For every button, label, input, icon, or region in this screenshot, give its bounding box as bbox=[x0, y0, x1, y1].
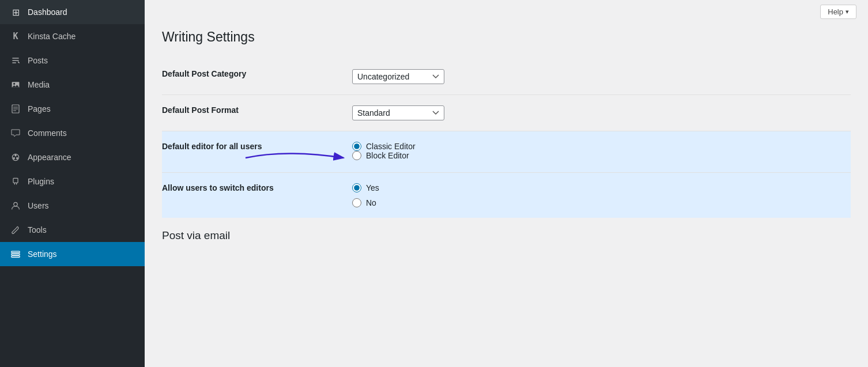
posts-icon bbox=[9, 54, 22, 67]
classic-editor-option[interactable]: Classic Editor bbox=[352, 142, 416, 151]
main-content: Help Writing Settings Default Post Categ… bbox=[145, 0, 868, 367]
table-row: Default Post Category Uncategorized bbox=[162, 59, 851, 95]
yes-radio[interactable] bbox=[352, 183, 361, 192]
pages-icon bbox=[9, 103, 22, 115]
topbar: Help bbox=[145, 0, 868, 24]
yes-label: Yes bbox=[366, 183, 379, 192]
block-editor-option[interactable]: Block Editor bbox=[352, 151, 416, 160]
classic-editor-radio[interactable] bbox=[352, 142, 361, 151]
table-row: Default Post Format Standard bbox=[162, 95, 851, 131]
no-label: No bbox=[366, 198, 376, 207]
svg-point-1 bbox=[13, 83, 15, 85]
sidebar-item-label: Kinsta Cache bbox=[28, 32, 76, 41]
svg-rect-11 bbox=[12, 256, 20, 257]
dashboard-icon: ⊞ bbox=[9, 6, 22, 18]
sidebar-item-pages[interactable]: Pages bbox=[0, 97, 145, 121]
plugins-icon bbox=[9, 175, 22, 188]
default-post-format-select[interactable]: Standard bbox=[352, 105, 444, 120]
sidebar-item-label: Posts bbox=[28, 56, 48, 65]
users-icon bbox=[9, 199, 22, 212]
default-editor-radio-group: Classic Editor Block Editor bbox=[352, 142, 416, 160]
setting-field-default-post-category: Uncategorized bbox=[346, 59, 851, 95]
yes-option[interactable]: Yes bbox=[352, 183, 845, 192]
setting-label-allow-switch: Allow users to switch editors bbox=[162, 173, 346, 218]
comments-icon bbox=[9, 127, 22, 139]
block-editor-label: Block Editor bbox=[366, 151, 409, 160]
sidebar-item-appearance[interactable]: Appearance bbox=[0, 145, 145, 169]
media-icon bbox=[9, 78, 22, 91]
sidebar-item-label: Media bbox=[28, 80, 50, 89]
sidebar-item-tools[interactable]: Tools bbox=[0, 218, 145, 242]
allow-switch-radio-group: Yes No bbox=[352, 183, 845, 207]
setting-label-default-post-format: Default Post Format bbox=[162, 95, 346, 131]
setting-field-allow-switch: Yes No bbox=[346, 173, 851, 218]
kinsta-icon: K bbox=[9, 30, 22, 43]
tools-icon bbox=[9, 224, 22, 236]
sidebar-item-label: Comments bbox=[28, 128, 67, 138]
sidebar-item-plugins[interactable]: Plugins bbox=[0, 169, 145, 194]
table-row: Default editor for all users Classic Edi… bbox=[162, 131, 851, 173]
setting-field-default-editor: Classic Editor Block Editor bbox=[346, 131, 851, 173]
sidebar-item-media[interactable]: Media bbox=[0, 73, 145, 97]
sidebar-item-label: Tools bbox=[28, 225, 47, 234]
classic-editor-label: Classic Editor bbox=[366, 142, 416, 151]
svg-point-5 bbox=[17, 157, 18, 158]
svg-rect-7 bbox=[13, 178, 18, 183]
svg-rect-9 bbox=[12, 251, 20, 252]
sidebar-item-label: Pages bbox=[28, 104, 51, 113]
svg-point-4 bbox=[15, 155, 16, 156]
table-row: Allow users to switch editors Yes No bbox=[162, 173, 851, 218]
help-button[interactable]: Help bbox=[820, 5, 856, 19]
setting-label-default-editor: Default editor for all users bbox=[162, 131, 346, 173]
svg-point-8 bbox=[14, 202, 17, 206]
default-post-category-select[interactable]: Uncategorized bbox=[352, 69, 444, 84]
appearance-icon bbox=[9, 151, 22, 164]
sidebar-item-label: Users bbox=[28, 201, 49, 210]
sidebar-item-kinsta-cache[interactable]: K Kinsta Cache bbox=[0, 24, 145, 48]
no-radio[interactable] bbox=[352, 198, 361, 207]
sidebar: ⊞ Dashboard K Kinsta Cache Posts Media P… bbox=[0, 0, 145, 367]
svg-rect-10 bbox=[12, 254, 20, 255]
sidebar-item-label: Plugins bbox=[28, 177, 54, 186]
block-editor-radio[interactable] bbox=[352, 151, 361, 160]
page-title: Writing Settings bbox=[162, 29, 851, 45]
setting-field-default-post-format: Standard bbox=[346, 95, 851, 131]
sidebar-item-users[interactable]: Users bbox=[0, 194, 145, 218]
sidebar-item-label: Appearance bbox=[28, 153, 71, 162]
sidebar-item-label: Settings bbox=[28, 249, 57, 259]
sidebar-item-posts[interactable]: Posts bbox=[0, 48, 145, 73]
settings-icon bbox=[9, 248, 22, 260]
sidebar-item-comments[interactable]: Comments bbox=[0, 121, 145, 145]
svg-point-6 bbox=[13, 157, 14, 158]
no-option[interactable]: No bbox=[352, 198, 845, 207]
sidebar-item-dashboard[interactable]: ⊞ Dashboard bbox=[0, 0, 145, 24]
content-area: Writing Settings Default Post Category U… bbox=[145, 24, 868, 265]
sidebar-item-label: Dashboard bbox=[28, 7, 67, 17]
post-via-email-title: Post via email bbox=[162, 218, 851, 248]
setting-label-default-post-category: Default Post Category bbox=[162, 59, 346, 95]
settings-table: Default Post Category Uncategorized Defa… bbox=[162, 59, 851, 218]
sidebar-item-settings[interactable]: Settings bbox=[0, 242, 145, 266]
